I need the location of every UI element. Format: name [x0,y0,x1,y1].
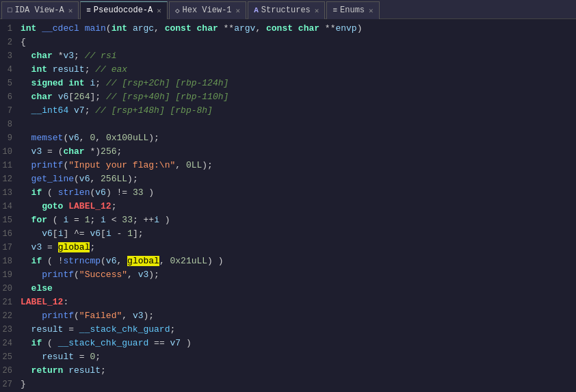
code-line: 8 [0,118,576,131]
code-line: 21 LABEL_12: [0,296,576,309]
code-line: 3 char *v3; // rsi [0,49,576,63]
code-line: 13 if ( strlen(v6) != 33 ) [0,186,576,200]
code-line: 2 { [0,36,576,49]
tab-pseudocode-label: Pseudocode-A [94,5,153,15]
code-line: 18 if ( !strncmp(v6, global, 0x21uLL) ) [0,254,576,268]
tab-hex-view-close[interactable]: ✕ [236,6,241,15]
code-line: 26 return result; [0,364,576,378]
code-line: 19 printf("Success", v3); [0,268,576,282]
pseudocode-icon: ≡ [86,6,91,14]
code-line: 14 goto LABEL_12; [0,200,576,213]
tab-enums-label: Enums [340,5,365,15]
tab-hex-view[interactable]: ◇ Hex View-1 ✕ [169,1,246,19]
code-line: 17 v3 = global; [0,241,576,254]
code-line: 23 result = __stack_chk_guard; [0,323,576,337]
code-area: 1 int __cdecl main(int argc, const char … [0,19,576,392]
tab-ida-view-close[interactable]: ✕ [68,6,73,15]
tab-pseudocode-close[interactable]: ✕ [157,6,161,15]
enums-icon: ≡ [332,6,337,14]
code-line: 22 printf("Failed", v3); [0,309,576,323]
hex-view-icon: ◇ [175,6,180,15]
code-line: 27 } [0,378,576,391]
ida-view-icon: □ [8,6,12,14]
code-line: 9 memset(v6, 0, 0x100uLL); [0,131,576,145]
code-line: 20 else [0,282,576,296]
tab-hex-view-label: Hex View-1 [183,5,232,15]
tab-enums[interactable]: ≡ Enums ✕ [326,1,379,19]
code-line: 11 printf("Input your flag:\n", 0LL); [0,159,576,172]
tab-ida-view-label: IDA View-A [15,5,64,15]
code-line: 24 if ( __stack_chk_guard == v7 ) [0,337,576,350]
code-line: 25 result = 0; [0,350,576,364]
tab-structures-label: Structures [261,5,311,15]
structures-icon: A [254,6,259,14]
tab-pseudocode[interactable]: ≡ Pseudocode-A ✕ [80,1,168,19]
code-line: 1 int __cdecl main(int argc, const char … [0,22,576,36]
code-line: 12 get_line(v6, 256LL); [0,172,576,186]
code-line: 10 v3 = (char *)256; [0,145,576,159]
code-line: 7 __int64 v7; // [rsp+148h] [rbp-8h] [0,104,576,118]
code-line: 16 v6[i] ^= v6[i - 1]; [0,227,576,241]
code-line: 4 int result; // eax [0,63,576,77]
tab-structures[interactable]: A Structures ✕ [248,1,325,19]
code-line: 5 signed int i; // [rsp+2Ch] [rbp-124h] [0,77,576,90]
tab-enums-close[interactable]: ✕ [369,6,374,15]
tab-structures-close[interactable]: ✕ [315,6,319,15]
code-line: 6 char v6[264]; // [rsp+40h] [rbp-110h] [0,90,576,104]
tab-ida-view[interactable]: □ IDA View-A ✕ [1,1,79,19]
code-line: 15 for ( i = 1; i < 33; ++i ) [0,213,576,227]
tab-bar: □ IDA View-A ✕ ≡ Pseudocode-A ✕ ◇ Hex Vi… [0,0,576,19]
